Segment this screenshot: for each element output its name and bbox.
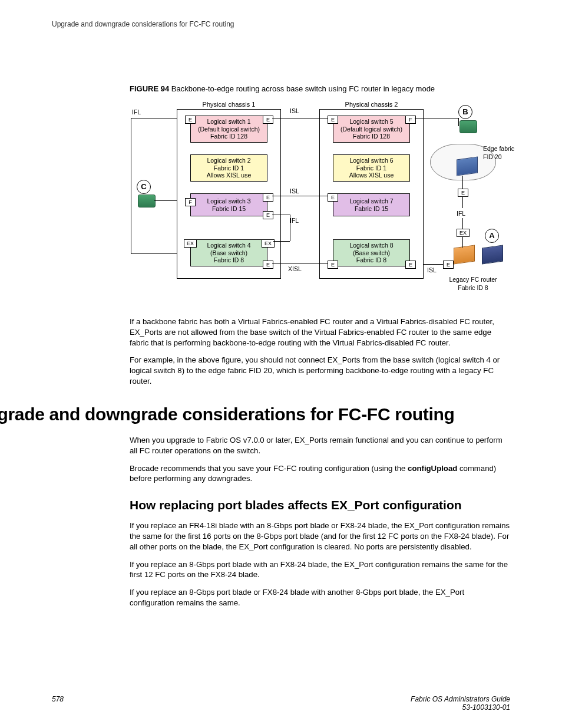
link-ifl-right: IFL — [457, 210, 465, 217]
port-e: E — [263, 193, 273, 202]
section-paragraph-5: If you replace an 8-Gbps port blade or F… — [130, 587, 510, 608]
ls8-line2: (Base switch) — [333, 249, 409, 257]
port-e: E — [328, 261, 338, 269]
device-legacy-router-2 — [482, 245, 503, 264]
figure-caption-text: Backbone-to-edge routing across base swi… — [171, 84, 435, 93]
section-heading: Upgrade and downgrade considerations for… — [0, 404, 510, 424]
logical-switch-8: Logical switch 8 (Base switch) Fabric ID… — [333, 239, 410, 266]
link-isl-1: ISL — [290, 107, 299, 114]
ls3-line2: Fabric ID 15 — [191, 205, 267, 213]
p2-part-a: Brocade recommends that you save your FC… — [130, 464, 408, 473]
body-paragraph-2: For example, in the above figure, you sh… — [130, 355, 510, 386]
port-e: E — [263, 116, 273, 124]
link-isl-2: ISL — [290, 187, 299, 195]
marker-b: B — [458, 105, 472, 119]
ls6-line3: Allows XISL use — [333, 172, 409, 179]
section-paragraph-4: If you replace an 8-Gbps port blade with… — [130, 559, 510, 581]
figure-caption: FIGURE 94 Backbone-to-edge routing acros… — [130, 84, 510, 93]
ls8-line1: Logical switch 8 — [333, 242, 409, 249]
ls6-line2: Fabric ID 1 — [333, 164, 409, 172]
ls3-line1: Logical switch 3 — [191, 197, 267, 205]
legacy-label-2: Fabric ID 8 — [441, 284, 505, 291]
ls5-line1: Logical switch 5 — [333, 118, 409, 126]
ls5-line2: (Default logical switch) — [333, 126, 409, 133]
content-column: FIGURE 94 Backbone-to-edge routing acros… — [130, 84, 510, 387]
footer-doc-title: Fabric OS Administrators Guide — [411, 695, 510, 703]
body-paragraph-1: If a backbone fabric has both a Virtual … — [130, 317, 510, 348]
ls1-line1: Logical switch 1 — [191, 118, 267, 126]
section-content: When you upgrade to Fabric OS v7.0.0 or … — [130, 435, 510, 608]
port-e: E — [405, 261, 416, 269]
ls5-line3: Fabric ID 128 — [333, 133, 409, 140]
page-footer: 578 Fabric OS Administrators Guide 53-10… — [52, 695, 510, 711]
port-ex: EX — [262, 239, 275, 248]
port-f: F — [185, 198, 196, 206]
port-ex: EX — [184, 239, 197, 248]
diagram-canvas: IFL C Physical chassis 1 Logical switch … — [130, 100, 507, 304]
device-stack-b — [459, 120, 477, 133]
device-edge-switch — [457, 156, 478, 176]
port-f: F — [405, 116, 416, 124]
port-ex-ext: EX — [457, 229, 470, 237]
port-e: E — [328, 116, 338, 124]
section-paragraph-2: Brocade recommends that you save your FC… — [130, 463, 510, 485]
figure-number: FIGURE 94 — [130, 84, 169, 93]
logical-switch-3: Logical switch 3 Fabric ID 15 — [190, 193, 267, 216]
ls4-line3: Fabric ID 8 — [191, 256, 267, 264]
chassis-1: Physical chassis 1 Logical switch 1 (Def… — [177, 109, 281, 279]
ls1-line3: Fabric ID 128 — [191, 133, 267, 140]
chassis-2: Physical chassis 2 Logical switch 5 (Def… — [319, 109, 424, 279]
footer-doc-id: 53-1003130-01 — [411, 703, 510, 711]
ls4-line2: (Base switch) — [191, 249, 267, 257]
device-stack-c — [138, 195, 156, 207]
figure-diagram: IFL C Physical chassis 1 Logical switch … — [130, 100, 510, 304]
link-xisl: XISL — [288, 265, 302, 272]
footer-doc-info: Fabric OS Administrators Guide 53-100313… — [411, 695, 510, 711]
edge-fabric-label-2: FID 20 — [483, 153, 518, 160]
ls2-line3: Allows XISL use — [191, 172, 267, 179]
link-isl-right: ISL — [427, 266, 437, 274]
port-e: E — [185, 116, 196, 124]
logical-switch-6: Logical switch 6 Fabric ID 1 Allows XISL… — [333, 154, 410, 182]
port-e-legacy: E — [443, 261, 454, 269]
ls2-line2: Fabric ID 1 — [191, 164, 267, 172]
logical-switch-2: Logical switch 2 Fabric ID 1 Allows XISL… — [190, 154, 267, 182]
port-e: E — [263, 261, 273, 269]
running-header: Upgrade and downgrade considerations for… — [52, 20, 510, 28]
link-ifl-left: IFL — [132, 108, 141, 116]
section-paragraph-3: If you replace an FR4-18i blade with an … — [130, 521, 510, 552]
logical-switch-1: Logical switch 1 (Default logical switch… — [190, 116, 267, 143]
edge-fabric-label-1: Edge fabric — [483, 145, 518, 152]
ls1-line2: (Default logical switch) — [191, 126, 267, 133]
logical-switch-5: Logical switch 5 (Default logical switch… — [333, 116, 410, 143]
marker-a: A — [485, 229, 499, 243]
device-legacy-router-1 — [454, 245, 475, 264]
section-paragraph-1: When you upgrade to Fabric OS v7.0.0 or … — [130, 435, 510, 456]
link-ifl-mid: IFL — [290, 217, 299, 224]
p2-command: configUpload — [408, 464, 457, 473]
marker-c: C — [137, 180, 151, 194]
ls2-line1: Logical switch 2 — [191, 157, 267, 164]
ls8-line3: Fabric ID 8 — [333, 256, 409, 264]
legacy-label-1: Legacy FC router — [441, 276, 505, 283]
page-number: 578 — [52, 695, 64, 711]
chassis-2-label: Physical chassis 2 — [320, 101, 423, 108]
ls7-line1: Logical switch 7 — [333, 197, 409, 205]
port-e: E — [263, 211, 273, 219]
port-e: E — [328, 193, 338, 202]
ls7-line2: Fabric ID 15 — [333, 205, 409, 213]
page: Upgrade and downgrade considerations for… — [0, 0, 562, 728]
port-e-ext: E — [458, 189, 468, 197]
ls6-line1: Logical switch 6 — [333, 157, 409, 164]
logical-switch-4: Logical switch 4 (Base switch) Fabric ID… — [190, 239, 267, 266]
subsection-heading: How replacing port blades affects EX_Por… — [130, 498, 510, 512]
logical-switch-7: Logical switch 7 Fabric ID 15 — [333, 193, 410, 216]
ls4-line1: Logical switch 4 — [191, 242, 267, 249]
chassis-1-label: Physical chassis 1 — [177, 101, 280, 108]
